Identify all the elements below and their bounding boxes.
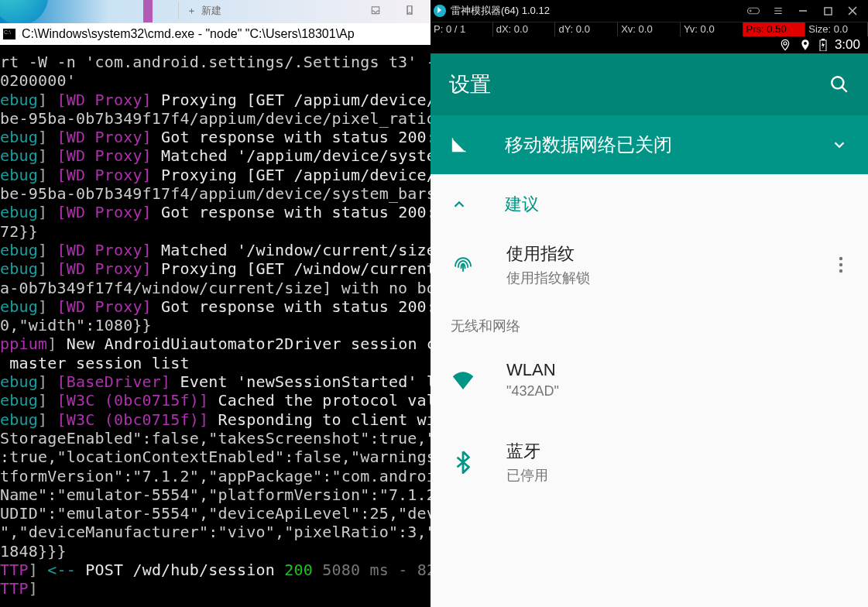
wifi-icon — [451, 371, 475, 389]
status-clock: 3:00 — [835, 37, 860, 53]
bluetooth-subtitle: 已停用 — [506, 466, 548, 485]
emulator-title-text: 雷神模拟器(64) 1.0.12 — [451, 4, 550, 18]
settings-body[interactable]: 建议 使用指纹 使用指纹解锁 无线和网络 WLAN "432A — [431, 174, 868, 607]
settings-title: 设置 — [449, 70, 491, 98]
svg-marker-5 — [822, 42, 825, 49]
debug-dy: dY: 0.0 — [555, 22, 618, 36]
location-icon — [799, 39, 811, 51]
svg-point-9 — [839, 269, 842, 273]
android-status-bar: 3:00 — [431, 36, 868, 53]
cmd-titlebar[interactable]: C:\Windows\system32\cmd.exe - "node" "C:… — [0, 23, 431, 45]
bluetooth-title: 蓝牙 — [506, 440, 548, 463]
svg-rect-4 — [822, 39, 825, 40]
terminal-output[interactable]: rt -W -n 'com.android.settings/.Settings… — [0, 45, 431, 607]
svg-point-7 — [839, 257, 842, 260]
debug-xv: Xv: 0.0 — [618, 22, 681, 36]
minimize-button[interactable] — [791, 2, 815, 20]
emulator-logo-icon — [434, 5, 446, 17]
svg-point-8 — [839, 263, 842, 266]
wlan-item[interactable]: WLAN "432AD" — [431, 340, 868, 420]
chevron-up-icon — [451, 196, 468, 213]
bluetooth-item[interactable]: 蓝牙 已停用 — [431, 420, 868, 505]
bluetooth-icon — [451, 451, 475, 474]
fingerprint-subtitle: 使用指纹解锁 — [506, 269, 590, 287]
new-button[interactable]: ＋ 新建 — [178, 2, 221, 19]
mobile-data-banner[interactable]: 移动数据网络已关闭 — [431, 115, 868, 174]
cmd-title-text: C:\Windows\system32\cmd.exe - "node" "C:… — [22, 27, 355, 41]
cmd-icon — [3, 29, 15, 39]
suggestions-header[interactable]: 建议 — [431, 174, 868, 235]
fingerprint-icon — [451, 253, 475, 276]
svg-rect-2 — [824, 7, 831, 14]
svg-point-6 — [832, 77, 843, 88]
plus-icon: ＋ — [187, 4, 197, 18]
close-button[interactable] — [840, 2, 865, 20]
new-button-label: 新建 — [201, 4, 221, 18]
signal-off-icon — [451, 136, 468, 153]
more-icon[interactable] — [839, 256, 848, 273]
emulator-titlebar[interactable]: 雷神模拟器(64) 1.0.12 — [431, 0, 868, 22]
bookmark-icon[interactable] — [404, 5, 415, 15]
svg-rect-0 — [407, 6, 412, 15]
wireless-section-label: 无线和网络 — [431, 301, 868, 340]
emulator-debug-bar: P: 0 / 1 dX: 0.0 dY: 0.0 Xv: 0.0 Yv: 0.0… — [431, 22, 868, 36]
maximize-button[interactable] — [815, 2, 840, 20]
tray-icon[interactable] — [370, 5, 381, 15]
debug-dx: dX: 0.0 — [493, 22, 556, 36]
debug-size: Size: 0.0 — [805, 22, 868, 36]
debug-yv: Yv: 0.0 — [681, 22, 743, 36]
decor-stripe — [143, 0, 153, 22]
wlan-subtitle: "432AD" — [506, 383, 559, 400]
location-outline-icon — [779, 39, 791, 51]
background-browser-strip: ＋ 新建 — [0, 0, 431, 23]
chevron-down-icon — [831, 136, 848, 153]
fingerprint-suggestion[interactable]: 使用指纹 使用指纹解锁 — [431, 235, 868, 301]
menu-icon[interactable] — [766, 2, 791, 20]
edge-logo-icon — [0, 0, 48, 25]
mobile-banner-text: 移动数据网络已关闭 — [505, 132, 794, 157]
debug-prs: Prs: 0.50 — [743, 22, 806, 36]
search-icon[interactable] — [829, 74, 849, 94]
wlan-title: WLAN — [506, 360, 559, 380]
fingerprint-title: 使用指纹 — [506, 242, 590, 266]
battery-icon — [819, 39, 827, 51]
debug-p: P: 0 / 1 — [431, 22, 493, 36]
emulator-window: 雷神模拟器(64) 1.0.12 P: 0 / 1 dX: 0.0 dY: 0.… — [431, 0, 868, 607]
settings-header: 设置 — [431, 53, 868, 115]
toolbar-mini-icons — [370, 5, 415, 15]
gamepad-icon[interactable] — [741, 2, 766, 20]
suggestions-label: 建议 — [505, 193, 539, 216]
